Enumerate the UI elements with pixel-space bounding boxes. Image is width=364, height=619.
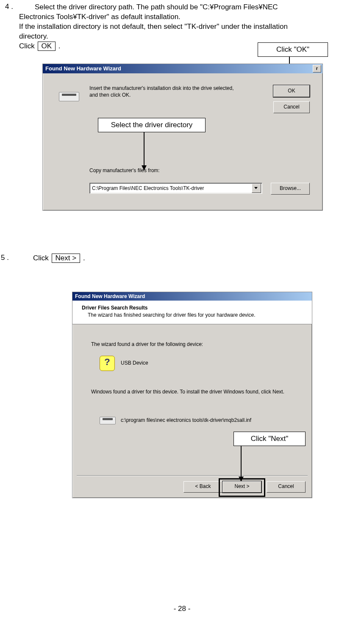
- inline-next-button: Next >: [52, 254, 81, 263]
- step5-number: 5 .: [1, 254, 18, 262]
- callout-click-ok: Click "OK": [258, 42, 328, 57]
- dialog1-title: Found New Hardware Wizard: [45, 64, 121, 73]
- click-suffix-5: .: [81, 254, 85, 262]
- click-prefix: Click: [19, 42, 37, 50]
- path-value: C:\Program Files\NEC Electronics Tools\T…: [90, 185, 252, 191]
- browse-button[interactable]: Browse...: [271, 183, 310, 195]
- arrow-dir-head: [142, 165, 147, 170]
- copy-from-label: Copy manufacturer's files from:: [89, 167, 160, 173]
- click-prefix-5: Click: [33, 254, 51, 262]
- dialog2-header: Driver Files Search Results The wizard h…: [72, 301, 312, 324]
- dialog1-instruction: Insert the manufacturer's installation d…: [89, 85, 242, 98]
- page: 4 . Select the driver directory path. Th…: [0, 0, 364, 619]
- page-number: - 28 -: [0, 605, 364, 613]
- dialog2-title: Found New Hardware Wizard: [75, 293, 145, 299]
- floppy-icon: [100, 417, 116, 424]
- dialog-search-results: Found New Hardware Wizard Driver Files S…: [72, 292, 312, 498]
- step4-line1: Select the driver directory path. The pa…: [35, 3, 361, 12]
- dialog-install-from-disk: Found New Hardware Wizard r Insert the m…: [42, 64, 323, 211]
- dialog1-titlebar: Found New Hardware Wizard r: [43, 64, 322, 73]
- close-button[interactable]: r: [313, 65, 321, 72]
- dialog1-body: Insert the manufacturer's installation d…: [43, 73, 322, 210]
- arrow-next-head: [239, 477, 244, 482]
- inline-ok-button: OK: [38, 42, 56, 51]
- next-button[interactable]: Next >: [222, 481, 261, 493]
- callout-click-next: Click "Next": [233, 432, 306, 446]
- back-button[interactable]: < Back: [183, 481, 222, 493]
- arrow-next-line: [241, 446, 242, 477]
- step5-click-line: Click Next > .: [33, 254, 359, 263]
- cancel-button[interactable]: Cancel: [273, 101, 310, 113]
- device-name: USB Device: [121, 360, 148, 366]
- dialog2-found-line: The wizard found a driver for the follow…: [91, 341, 203, 347]
- dialog2-install-line: Windows found a driver for this device. …: [91, 389, 299, 395]
- ok-button[interactable]: OK: [273, 85, 310, 97]
- path-combobox[interactable]: C:\Program Files\NEC Electronics Tools\T…: [89, 183, 262, 194]
- dialog2-header-subtitle: The wizard has finished searching for dr…: [82, 312, 303, 318]
- step4-line3: If the installation directory is not def…: [19, 22, 362, 32]
- step4-number: 4 .: [5, 3, 22, 11]
- cancel-button-2[interactable]: Cancel: [267, 481, 306, 493]
- disk-icon: [59, 92, 79, 101]
- driver-path: c:\program files\nec electronics tools\t…: [121, 417, 251, 423]
- dialog2-header-title: Driver Files Search Results: [82, 305, 303, 311]
- dropdown-button[interactable]: [252, 184, 261, 193]
- dialog2-titlebar: Found New Hardware Wizard: [72, 292, 312, 301]
- step4-line4: directory.: [19, 32, 362, 42]
- step4-line2: Electronics Tools¥TK-driver" as default …: [19, 12, 362, 22]
- arrow-dir-line: [144, 132, 144, 166]
- click-suffix: .: [56, 42, 60, 50]
- separator: [77, 475, 308, 476]
- dialog2-body: Driver Files Search Results The wizard h…: [72, 301, 312, 498]
- callout-select-dir: Select the driver directory: [98, 118, 206, 132]
- device-question-icon: ?: [100, 356, 115, 371]
